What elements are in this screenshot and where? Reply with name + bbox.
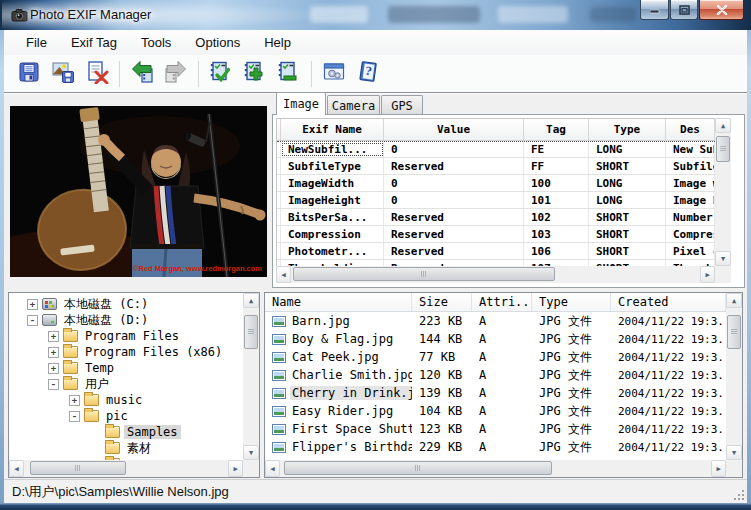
scroll-thumb[interactable] — [716, 136, 730, 162]
add-tag-button[interactable] — [238, 58, 272, 90]
tree-item[interactable]: + Program Files — [9, 328, 243, 344]
scroll-left-icon[interactable]: ◀ — [276, 266, 291, 283]
tab-gps[interactable]: GPS — [381, 95, 423, 115]
file-row[interactable]: Cat Peek.jpg 77 KB A JPG 文件 2004/11/22 1… — [265, 348, 726, 366]
scroll-up-icon[interactable]: ▲ — [726, 293, 742, 308]
menu-item[interactable]: Tools — [129, 32, 183, 53]
scroll-left-icon[interactable]: ◀ — [265, 460, 280, 477]
file-row[interactable]: Flipper's Birthday... 229 KB A JPG 文件 20… — [265, 438, 726, 456]
scroll-thumb[interactable] — [727, 315, 741, 349]
tree-item[interactable]: + music — [9, 392, 243, 408]
options-button[interactable] — [317, 58, 351, 90]
menu-item[interactable]: File — [14, 32, 59, 53]
tree-item[interactable]: Samples — [9, 424, 243, 440]
save-image-button[interactable] — [46, 58, 80, 90]
column-header-tag[interactable]: Tag — [524, 119, 589, 140]
minimize-icon[interactable] — [640, 0, 669, 20]
check-tags-button[interactable] — [204, 58, 238, 90]
expand-toggle-icon[interactable]: + — [69, 395, 80, 406]
file-size: 139 KB — [412, 384, 472, 402]
tab-image[interactable]: Image — [276, 92, 326, 115]
exif-tag-cell: 106 — [524, 243, 589, 259]
toolbar: ? — [4, 55, 747, 92]
column-header-description[interactable]: Des — [666, 119, 715, 140]
next-image-button[interactable] — [159, 58, 193, 90]
file-row[interactable]: Cherry in Drink.jpg 139 KB A JPG 文件 2004… — [265, 384, 726, 402]
tree-vertical-scrollbar[interactable]: ▲ ▼ — [243, 293, 259, 460]
exif-row[interactable]: Compression Reserved 103 SHORT Compres — [277, 226, 715, 243]
column-header-created[interactable]: Created — [611, 293, 726, 311]
scroll-down-icon[interactable]: ▼ — [715, 251, 731, 266]
scroll-right-icon[interactable]: ▶ — [228, 460, 243, 477]
file-row[interactable]: First Space Shuttl... 123 KB A JPG 文件 20… — [265, 420, 726, 438]
exif-type-cell: LONG — [589, 192, 666, 208]
file-row[interactable]: Easy Rider.jpg 104 KB A JPG 文件 2004/11/2… — [265, 402, 726, 420]
previous-image-button[interactable] — [125, 58, 159, 90]
file-row[interactable]: Boy & Flag.jpg 144 KB A JPG 文件 2004/11/2… — [265, 330, 726, 348]
tree-item-label: pic — [103, 409, 131, 423]
tree-item[interactable]: + Program Files (x86) — [9, 344, 243, 360]
exif-vertical-scrollbar[interactable]: ▲ ▼ — [715, 118, 731, 266]
column-header-name[interactable]: Name — [265, 293, 412, 311]
tree-item[interactable]: - 用户 — [9, 376, 243, 392]
scroll-thumb[interactable] — [293, 267, 555, 281]
exif-row[interactable]: BitsPerSa... Reserved 102 SHORT Number — [277, 209, 715, 226]
file-list-horizontal-scrollbar[interactable]: ◀ ▶ — [265, 460, 726, 477]
scroll-right-icon[interactable]: ▶ — [700, 266, 715, 283]
exif-value-cell: Reserved — [384, 243, 524, 259]
expand-toggle-icon[interactable]: - — [69, 411, 80, 422]
column-header-attributes[interactable]: Attri... — [472, 293, 532, 311]
exif-row[interactable]: ImageWidth 0 100 LONG Image w — [277, 175, 715, 192]
close-icon[interactable] — [699, 0, 744, 20]
scroll-right-icon[interactable]: ▶ — [711, 460, 726, 477]
exif-row[interactable]: ImageHeight 0 101 LONG Image h — [277, 192, 715, 209]
tree-item[interactable]: + Temp — [9, 360, 243, 376]
file-row[interactable]: Barn.jpg 223 KB A JPG 文件 2004/11/22 19:3… — [265, 312, 726, 330]
scroll-thumb[interactable] — [244, 315, 258, 349]
scroll-thumb[interactable] — [30, 461, 126, 475]
exif-desc-cell: Subfile — [666, 158, 715, 174]
scroll-down-icon[interactable]: ▼ — [726, 445, 742, 460]
tree-item[interactable]: + 本地磁盘 (C:) — [9, 296, 243, 312]
scroll-up-icon[interactable]: ▲ — [243, 293, 259, 308]
expand-toggle-icon[interactable]: + — [48, 363, 59, 374]
title-bar[interactable]: Photo EXIF Manager — [0, 0, 751, 30]
column-header-exif-name[interactable]: Exif Name — [281, 119, 384, 140]
tree-horizontal-scrollbar[interactable]: ◀ ▶ — [9, 460, 243, 477]
exif-row[interactable]: NewSubfil... 0 FE LONG New Sub — [277, 141, 715, 158]
help-button[interactable]: ? — [351, 58, 385, 90]
app-camera-icon — [11, 7, 28, 27]
remove-tag-button[interactable] — [272, 58, 306, 90]
exif-row[interactable]: Photometr... Reserved 106 SHORT Pixel c — [277, 243, 715, 260]
exif-row[interactable]: SubfileType Reserved FF SHORT Subfile — [277, 158, 715, 175]
column-header-type[interactable]: Type — [589, 119, 666, 140]
maximize-icon[interactable] — [670, 0, 698, 20]
delete-exif-button[interactable] — [80, 58, 114, 90]
save-button[interactable] — [12, 58, 46, 90]
scroll-thumb[interactable] — [284, 461, 552, 475]
menu-item[interactable]: Options — [183, 32, 252, 53]
file-list-vertical-scrollbar[interactable]: ▲ ▼ — [726, 293, 742, 460]
tree-item[interactable]: - pic — [9, 408, 243, 424]
previous-image-icon — [130, 60, 154, 88]
expand-toggle-icon[interactable]: + — [27, 299, 38, 310]
menu-item[interactable]: Help — [252, 32, 303, 53]
expand-toggle-icon[interactable]: + — [48, 331, 59, 342]
expand-toggle-icon[interactable]: - — [48, 379, 59, 390]
column-header-value[interactable]: Value — [384, 119, 524, 140]
scroll-up-icon[interactable]: ▲ — [715, 118, 731, 133]
file-type: JPG 文件 — [532, 420, 611, 438]
scroll-down-icon[interactable]: ▼ — [243, 445, 259, 460]
column-header-size[interactable]: Size — [412, 293, 472, 311]
tree-item[interactable]: 素材 — [9, 440, 243, 456]
expand-toggle-icon[interactable]: - — [27, 315, 38, 326]
file-row[interactable]: Charlie Smith.jpg 120 KB A JPG 文件 2004/1… — [265, 366, 726, 384]
menu-item[interactable]: Exif Tag — [59, 32, 129, 53]
expand-toggle-icon[interactable]: + — [48, 347, 59, 358]
tab-camera[interactable]: Camera — [327, 95, 380, 115]
tree-item[interactable]: - 本地磁盘 (D:) — [9, 312, 243, 328]
resize-grip[interactable] — [732, 488, 745, 501]
column-header-type[interactable]: Type — [532, 293, 611, 311]
scroll-left-icon[interactable]: ◀ — [9, 460, 24, 477]
exif-horizontal-scrollbar[interactable]: ◀ ▶ — [276, 266, 715, 283]
